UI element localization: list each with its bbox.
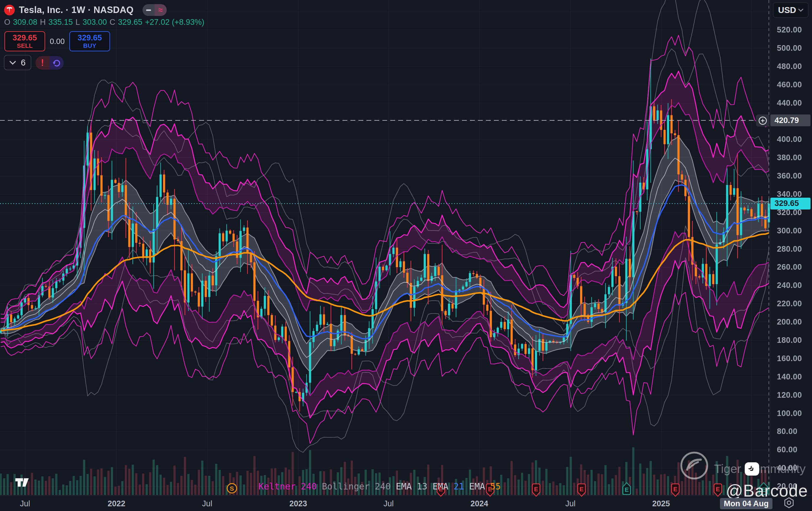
wave-style-icon[interactable]: ≈ [154,4,167,16]
user-watermark: @Barcode [726,481,808,500]
open-label: O [4,18,10,27]
svg-text:S: S [230,485,234,492]
time-axis-label: 2025 [652,499,670,508]
svg-text:E: E [579,486,584,492]
crosshair-date-label: Mon 04 Aug [720,498,773,509]
legend-item[interactable]: Bollinger [322,481,370,491]
svg-text:E: E [625,486,629,493]
legend-item[interactable]: 55 [490,481,501,491]
time-axis-label: Jul [20,499,30,508]
legend-item[interactable]: EMA [396,481,412,491]
price-axis-label: 440.00 [777,98,802,108]
low-value: 303.00 [83,18,107,27]
price-axis-label: 140.00 [777,372,802,381]
price-axis-label: 340.00 [777,189,802,199]
sync-button[interactable] [50,56,64,70]
alert-error-button[interactable]: ! [35,56,50,70]
alert-sync-pill: ! [35,56,64,70]
alert-add-button[interactable] [756,115,770,126]
close-value: 329.65 [118,18,143,27]
bar-count-dropdown[interactable]: 6 [4,55,31,70]
time-axis-label: 2024 [470,499,488,508]
close-label: C [110,18,115,27]
spread-value: 0.00 [45,37,69,46]
collapse-panel-button[interactable]: » [745,462,759,476]
low-label: L [76,18,80,27]
legend-item[interactable]: 240 [301,481,317,491]
indicator-legend[interactable]: Keltner240Bollinger240EMA13EMA21EMA55 [258,481,501,491]
plus-circle-icon [758,116,767,125]
time-axis-label: 2023 [289,499,307,508]
price-axis-label: 60.00 [777,445,798,454]
tiger-logo-icon [679,451,709,481]
chevron-down-icon [798,8,804,12]
price-axis-label: 220.00 [777,299,802,308]
earnings-badge-up[interactable]: E [622,482,631,496]
time-axis-label: 2022 [108,499,125,508]
time-axis[interactable]: Jul2022Jul2023Jul2024Jul2025 [0,495,812,511]
price-axis-label: 460.00 [777,80,802,89]
symbol-title[interactable]: Tesla, Inc. · 1W · NASDAQ [19,5,134,16]
price-axis-label: 120.00 [777,390,802,399]
symbol-header: Tesla, Inc. · 1W · NASDAQ ≈ [4,4,167,16]
sell-label: SELL [17,42,33,49]
sell-button[interactable]: 329.65 SELL [4,31,45,51]
svg-text:E: E [716,486,720,492]
svg-text:E: E [673,486,677,492]
exclamation-icon: ! [41,58,44,68]
price-axis-label: 80.00 [777,427,798,436]
time-axis-label: Jul [384,499,394,508]
price-axis-label: 180.00 [777,336,802,345]
price-axis-label: 400.00 [777,135,802,144]
price-axis[interactable]: 520.00500.00480.00460.00440.00420.00400.… [770,0,812,495]
earnings-badge-down[interactable]: E [671,483,680,498]
tradingview-logo[interactable] [16,478,30,488]
change-value: +27.02 (+8.93%) [145,18,204,27]
ohlc-readout: O309.08 H335.15 L303.00 C329.65 +27.02 (… [4,18,204,27]
price-axis-label: 380.00 [777,153,802,162]
open-value: 309.08 [13,18,37,27]
legend-item[interactable]: 240 [375,481,390,491]
price-chart-canvas[interactable] [0,0,812,511]
buy-button[interactable]: 329.65 BUY [69,31,110,51]
chevron-down-icon [9,61,16,65]
tesla-logo-icon [4,5,15,16]
currency-dropdown[interactable]: USD [773,2,809,18]
chart-style-toggle[interactable]: ≈ [143,4,167,16]
svg-text:E: E [534,486,538,492]
legend-item[interactable]: 13 [417,481,428,491]
community-watermark: Tiger Community [714,462,806,476]
price-axis-label: 520.00 [777,25,802,34]
legend-item[interactable]: 21 [454,481,464,491]
time-axis-label: Jul [565,499,576,508]
trading-chart-window: Tesla, Inc. · 1W · NASDAQ ≈ O309.08 H335… [0,0,812,511]
high-value: 335.15 [49,18,73,27]
legend-item[interactable]: EMA [469,481,485,491]
earnings-badge-down[interactable]: E [714,483,722,498]
legend-item[interactable]: Keltner [258,481,296,491]
split-badge[interactable]: S [226,483,237,495]
price-axis-label: 160.00 [777,354,802,363]
sell-price: 329.65 [13,33,37,42]
high-label: H [40,18,46,27]
price-axis-label: 280.00 [777,244,802,253]
axis-settings-gear-icon[interactable] [783,497,795,510]
alert-price-label[interactable]: 420.79 [771,115,811,126]
time-axis-label: Jul [202,499,212,508]
price-axis-label: 300.00 [777,226,802,235]
buy-price: 329.65 [78,33,102,42]
buy-label: BUY [83,42,96,49]
price-axis-label: 480.00 [777,62,802,71]
bar-style-icon[interactable] [143,4,154,16]
trade-panel: 329.65 SELL 0.00 329.65 BUY [4,31,110,51]
double-chevron-icon: » [747,462,757,474]
price-axis-label: 500.00 [777,43,802,53]
legend-item[interactable]: EMA [433,481,448,491]
bar-count-value: 6 [21,58,25,67]
price-axis-label: 360.00 [777,172,802,181]
currency-value: USD [778,5,796,15]
price-axis-label: 260.00 [777,263,802,272]
earnings-badge-down[interactable]: E [532,483,541,498]
current-price-label: 329.65 [771,198,811,209]
earnings-badge-down[interactable]: E [577,483,586,498]
